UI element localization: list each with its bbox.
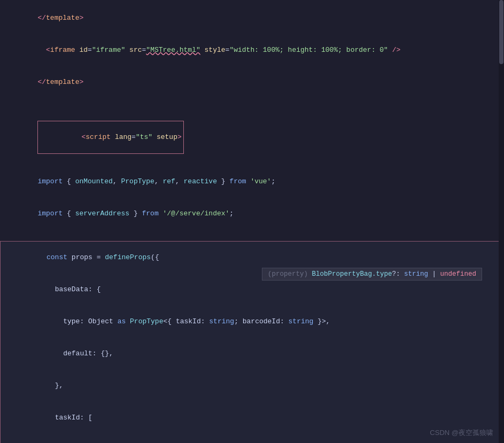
scrollbar[interactable] — [499, 0, 504, 443]
tooltip-popup: (property) BlobPropertyBag.type?: string… — [262, 268, 482, 281]
watermark: CSDN @夜空孤狼啸 — [430, 428, 493, 438]
line-type-object: type: Object as PropType<{ taskId: strin… — [1, 306, 503, 338]
line-blank1 — [0, 98, 504, 109]
line-import1: import { onMounted, PropType, ref, react… — [0, 166, 504, 198]
scrollbar-thumb[interactable] — [499, 0, 503, 64]
line-close-basedata: }, — [1, 370, 503, 402]
line-template-close2: </template> — [0, 66, 504, 98]
line-default-obj: default: {}, — [1, 338, 503, 370]
code-area: </template> <iframe id="iframe" src="MST… — [0, 0, 504, 443]
line-iframe: <iframe id="iframe" src="MSTree.html" st… — [0, 34, 504, 66]
line-template-close: </template> — [0, 2, 504, 34]
code-editor: </template> <iframe id="iframe" src="MST… — [0, 0, 504, 443]
line-script-tag: <script lang="ts" setup> — [0, 110, 504, 165]
line-taskid: taskId: [ — [1, 402, 503, 434]
line-blank2 — [0, 230, 504, 240]
line-type-string: type: String, — [1, 434, 503, 443]
line-import2: import { serverAddress } from '/@/serve/… — [0, 198, 504, 230]
